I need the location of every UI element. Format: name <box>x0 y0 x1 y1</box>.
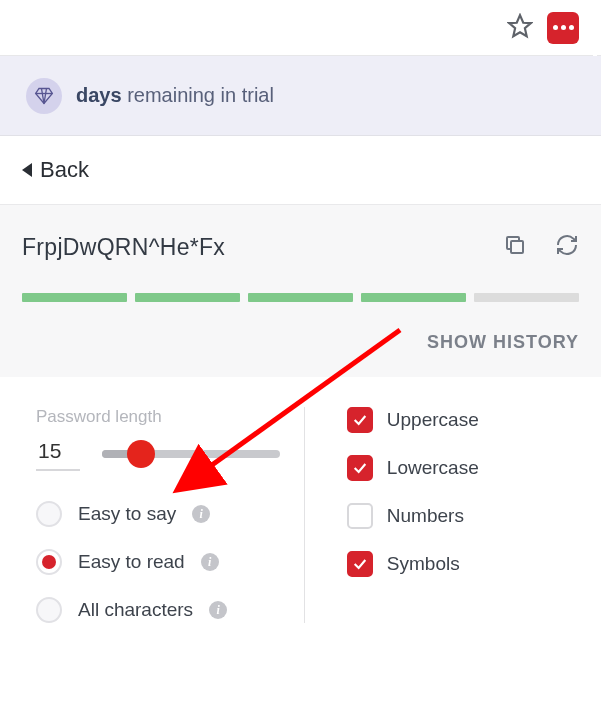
check-numbers[interactable]: Numbers <box>347 503 579 529</box>
back-button[interactable]: Back <box>22 157 89 183</box>
strength-meter <box>22 293 579 302</box>
password-area: FrpjDwQRN^He*Fx SHOW HISTORY <box>0 204 601 377</box>
radio-label: Easy to say <box>78 503 176 525</box>
bookmark-star-icon[interactable] <box>507 13 533 43</box>
strength-segment <box>248 293 353 302</box>
generator-settings: Password length 15 Easy to say i Easy to… <box>0 377 601 623</box>
info-icon[interactable]: i <box>201 553 219 571</box>
strength-segment <box>474 293 579 302</box>
radio-icon <box>36 597 62 623</box>
radio-all-characters[interactable]: All characters i <box>36 597 280 623</box>
check-label: Symbols <box>387 553 460 575</box>
trial-rest: remaining in trial <box>127 84 274 106</box>
check-lowercase[interactable]: Lowercase <box>347 455 579 481</box>
password-length-slider[interactable] <box>102 450 280 458</box>
radio-icon <box>36 501 62 527</box>
strength-segment <box>361 293 466 302</box>
radio-icon <box>36 549 62 575</box>
password-actions <box>503 233 579 261</box>
check-symbols[interactable]: Symbols <box>347 551 579 577</box>
copy-button[interactable] <box>503 233 527 261</box>
password-length-row: 15 <box>36 437 280 471</box>
char-check-group: Uppercase Lowercase Numbers Symbols <box>347 407 579 577</box>
history-row: SHOW HISTORY <box>22 332 579 377</box>
back-label: Back <box>40 157 89 183</box>
radio-easy-to-say[interactable]: Easy to say i <box>36 501 280 527</box>
regenerate-button[interactable] <box>555 233 579 261</box>
browser-bar <box>0 0 601 56</box>
check-label: Uppercase <box>387 409 479 431</box>
settings-left-column: Password length 15 Easy to say i Easy to… <box>36 407 305 623</box>
strength-segment <box>22 293 127 302</box>
password-row: FrpjDwQRN^He*Fx <box>22 233 579 261</box>
checkbox-icon <box>347 551 373 577</box>
radio-label: Easy to read <box>78 551 185 573</box>
checkbox-icon <box>347 455 373 481</box>
trial-text: days remaining in trial <box>76 84 274 107</box>
lastpass-extension-icon[interactable] <box>547 12 579 44</box>
gem-icon <box>26 78 62 114</box>
info-icon[interactable]: i <box>192 505 210 523</box>
svg-rect-1 <box>511 241 523 253</box>
password-length-value[interactable]: 15 <box>36 437 80 471</box>
back-caret-icon <box>22 163 32 177</box>
charset-radio-group: Easy to say i Easy to read i All charact… <box>36 501 280 623</box>
svg-marker-0 <box>509 15 531 36</box>
checkbox-icon <box>347 407 373 433</box>
radio-easy-to-read[interactable]: Easy to read i <box>36 549 280 575</box>
checkbox-icon <box>347 503 373 529</box>
panel-edge <box>593 0 597 56</box>
slider-thumb[interactable] <box>127 440 155 468</box>
settings-right-column: Uppercase Lowercase Numbers Symbols <box>305 407 579 623</box>
strength-segment <box>135 293 240 302</box>
show-history-link[interactable]: SHOW HISTORY <box>427 332 579 353</box>
generated-password[interactable]: FrpjDwQRN^He*Fx <box>22 234 503 261</box>
info-icon[interactable]: i <box>209 601 227 619</box>
check-label: Numbers <box>387 505 464 527</box>
password-length-label: Password length <box>36 407 280 427</box>
trial-banner: days remaining in trial <box>0 56 601 136</box>
check-label: Lowercase <box>387 457 479 479</box>
back-row: Back <box>0 136 601 204</box>
trial-days: days <box>76 84 122 106</box>
check-uppercase[interactable]: Uppercase <box>347 407 579 433</box>
radio-label: All characters <box>78 599 193 621</box>
